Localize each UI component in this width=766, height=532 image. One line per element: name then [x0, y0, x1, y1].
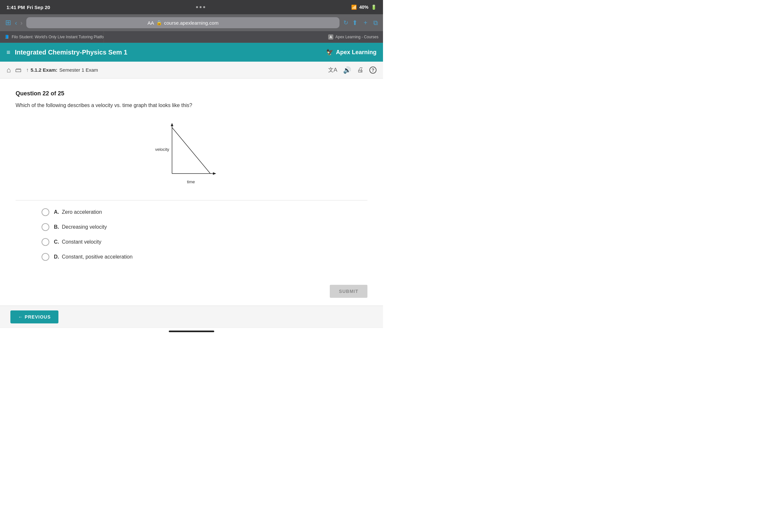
sidebar-toggle-icon[interactable]: ⊞: [5, 18, 11, 27]
svg-marker-1: [171, 123, 173, 126]
submit-area: SUBMIT: [0, 280, 383, 306]
date: Fri Sep 20: [27, 5, 50, 10]
answer-d-label: D. Constant, positive acceleration: [54, 254, 132, 260]
apex-logo-icon: 🦅: [326, 49, 333, 56]
url-text: course.apexlearning.com: [164, 20, 219, 26]
velocity-time-graph: velocity time: [146, 118, 237, 190]
answer-c-label: C. Constant velocity: [54, 239, 101, 245]
time: 1:41 PM: [6, 5, 25, 10]
svg-text:velocity: velocity: [155, 147, 169, 152]
home-icon[interactable]: ⌂: [6, 66, 11, 74]
apex-logo-text: Apex Learning: [336, 49, 376, 56]
main-content: Question 22 of 25 Which of the following…: [0, 79, 383, 280]
home-indicator: [169, 331, 214, 332]
answer-option-c[interactable]: C. Constant velocity: [42, 238, 341, 246]
share-icon[interactable]: ⬆: [352, 19, 358, 27]
sub-header: ⌂ 🗃 ↑ 5.1.2 Exam: Semester 1 Exam 文A 🔊 🖨…: [0, 62, 383, 79]
tab-bar: 📘 Filo Student: World's Only Live Instan…: [0, 31, 383, 43]
question-number: Question 22 of 25: [16, 90, 367, 97]
bottom-nav: ← PREVIOUS: [0, 306, 383, 328]
breadcrumb-sub: Semester 1 Exam: [59, 67, 98, 73]
graph-container: velocity time: [16, 118, 367, 190]
browser-bar: ⊞ ‹ › AA 🔒 course.apexlearning.com ↻ ⬆ +…: [0, 14, 383, 31]
add-tab-icon[interactable]: +: [363, 19, 367, 27]
tab-filo-favicon: 📘: [5, 35, 9, 39]
aa-text: AA: [148, 20, 154, 26]
app-title: Integrated Chemistry-Physics Sem 1: [15, 49, 128, 56]
svg-marker-3: [213, 172, 216, 175]
answer-option-a[interactable]: A. Zero acceleration: [42, 208, 341, 216]
app-header: ≡ Integrated Chemistry-Physics Sem 1 🦅 A…: [0, 43, 383, 62]
audio-icon[interactable]: 🔊: [343, 66, 351, 74]
battery-level: 40%: [359, 5, 368, 10]
breadcrumb: ↑ 5.1.2 Exam: Semester 1 Exam: [26, 67, 98, 73]
tab-apex-badge: A: [328, 34, 333, 40]
back-button[interactable]: ‹: [15, 19, 17, 27]
browser-nav: ‹ ›: [15, 19, 22, 27]
divider: [16, 200, 367, 200]
hamburger-menu-icon[interactable]: ≡: [6, 49, 10, 56]
iphone-bar: [0, 328, 383, 339]
browser-actions: ⬆ + ⧉: [352, 19, 378, 27]
tab-filo-label: Filo Student: World's Only Live Instant …: [12, 35, 104, 39]
tab-apex[interactable]: A Apex Learning - Courses: [323, 31, 383, 43]
answer-b-label: B. Decreasing velocity: [54, 224, 107, 230]
breadcrumb-label: 5.1.2 Exam:: [30, 67, 57, 73]
status-left: 1:41 PM Fri Sep 20: [6, 5, 50, 10]
svg-text:time: time: [187, 179, 195, 184]
answer-option-d[interactable]: D. Constant, positive acceleration: [42, 253, 341, 261]
answer-a-label: A. Zero acceleration: [54, 209, 102, 215]
translate-icon[interactable]: 文A: [328, 66, 337, 74]
refresh-icon[interactable]: ↻: [343, 19, 348, 26]
submit-button[interactable]: SUBMIT: [330, 285, 367, 298]
radio-c[interactable]: [42, 238, 49, 246]
forward-button[interactable]: ›: [20, 19, 23, 27]
svg-line-4: [172, 127, 210, 174]
breadcrumb-up-icon[interactable]: ↑: [26, 67, 29, 73]
answer-option-b[interactable]: B. Decreasing velocity: [42, 223, 341, 231]
battery-icon: 🔋: [371, 5, 376, 10]
print-icon[interactable]: 🖨: [357, 66, 363, 74]
help-icon[interactable]: ?: [369, 67, 376, 74]
status-bar: 1:41 PM Fri Sep 20 📶 40% 🔋: [0, 0, 383, 14]
app-header-left: ≡ Integrated Chemistry-Physics Sem 1: [6, 49, 127, 56]
radio-a[interactable]: [42, 208, 49, 216]
status-dots: [196, 6, 205, 8]
radio-b[interactable]: [42, 223, 49, 231]
sub-header-left: ⌂ 🗃 ↑ 5.1.2 Exam: Semester 1 Exam: [6, 66, 98, 74]
url-bar[interactable]: AA 🔒 course.apexlearning.com: [26, 17, 339, 28]
answer-options: A. Zero acceleration B. Decreasing veloc…: [16, 208, 367, 261]
tabs-icon[interactable]: ⧉: [373, 19, 378, 27]
tab-apex-label: Apex Learning - Courses: [335, 35, 378, 39]
radio-d[interactable]: [42, 253, 49, 261]
status-right: 📶 40% 🔋: [351, 5, 376, 10]
lock-icon: 🔒: [156, 20, 162, 26]
wifi-icon: 📶: [351, 5, 357, 10]
previous-button[interactable]: ← PREVIOUS: [10, 310, 58, 323]
briefcase-icon[interactable]: 🗃: [15, 67, 21, 74]
sub-header-right: 文A 🔊 🖨 ?: [328, 66, 376, 74]
tab-filo[interactable]: 📘 Filo Student: World's Only Live Instan…: [0, 31, 104, 43]
apex-logo: 🦅 Apex Learning: [326, 49, 376, 56]
question-text: Which of the following describes a veloc…: [16, 102, 367, 109]
